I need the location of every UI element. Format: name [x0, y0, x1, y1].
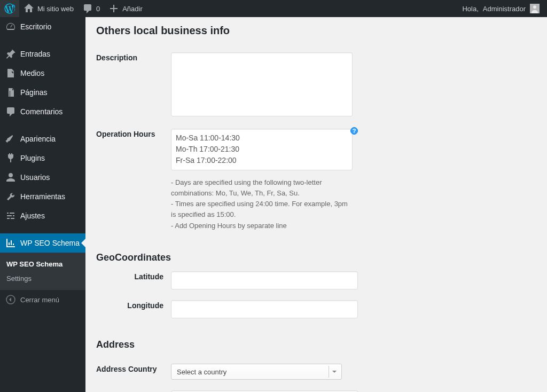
pages-icon — [5, 87, 16, 98]
sidebar-submenu: WP SEO Schema Settings — [0, 253, 85, 290]
sidebar-item-wp-seo-schema[interactable]: WP SEO Schema — [0, 233, 85, 253]
comment-icon — [82, 3, 93, 14]
section-title-others: Others local business info — [96, 23, 536, 37]
admin-sidebar: Escritorio Entradas Medios Páginas Comen… — [0, 17, 85, 392]
label-address-locality: Address Locality — [96, 385, 171, 392]
new-content-link[interactable]: Añadir — [104, 0, 147, 17]
latitude-input[interactable] — [171, 271, 358, 289]
address-country-select[interactable]: Select a country — [171, 364, 342, 380]
avatar — [530, 4, 540, 13]
sidebar-item-posts[interactable]: Entradas — [0, 44, 85, 64]
label-longitude: Longitude — [96, 295, 171, 324]
sidebar-item-media[interactable]: Medios — [0, 64, 85, 83]
operation-hours-textarea[interactable] — [171, 129, 353, 170]
label-description: Description — [96, 47, 171, 123]
comment-icon — [5, 106, 16, 117]
new-content-label: Añadir — [122, 5, 143, 13]
sidebar-item-label: Entradas — [20, 50, 50, 58]
operation-hours-help: - Days are specified using the following… — [171, 177, 353, 231]
sidebar-item-label: Escritorio — [20, 22, 51, 31]
sidebar-item-plugins[interactable]: Plugins — [0, 148, 85, 168]
section-title-address: Address — [96, 339, 536, 351]
sidebar-item-label: Herramientas — [20, 192, 65, 201]
section-title-geo: GeoCoordinates — [96, 252, 536, 264]
longitude-input[interactable] — [171, 300, 358, 318]
sidebar-item-dashboard[interactable]: Escritorio — [0, 17, 85, 36]
pin-icon — [5, 49, 16, 59]
site-name-link[interactable]: Mi sitio web — [19, 0, 78, 17]
main-content: Others local business info Description O… — [85, 17, 547, 392]
collapse-icon — [5, 294, 16, 305]
user-icon — [5, 172, 16, 183]
collapse-menu[interactable]: Cerrar menú — [0, 290, 85, 309]
label-operation-hours: Operation Hours — [96, 123, 171, 237]
dashboard-icon — [5, 21, 16, 32]
address-country-value: Select a country — [177, 368, 226, 376]
comments-count: 0 — [96, 5, 100, 13]
sidebar-item-comments[interactable]: Comentarios — [0, 102, 85, 121]
svg-point-1 — [533, 5, 536, 9]
sidebar-item-label: Comentarios — [20, 107, 62, 116]
chevron-down-icon — [329, 366, 339, 378]
sidebar-item-label: Páginas — [20, 88, 48, 97]
sidebar-item-appearance[interactable]: Apariencia — [0, 129, 85, 148]
user-menu[interactable]: Hola, Administrador — [459, 4, 543, 13]
home-icon — [24, 3, 34, 14]
sidebar-item-label: Apariencia — [20, 135, 56, 143]
label-address-country: Address Country — [96, 358, 171, 385]
submenu-item-settings[interactable]: Settings — [0, 271, 85, 286]
brush-icon — [5, 134, 16, 144]
description-textarea[interactable] — [171, 52, 353, 116]
admin-bar: Mi sitio web 0 Añadir Hola, Administrado… — [0, 0, 547, 17]
label-latitude: Latitude — [96, 266, 171, 295]
site-name: Mi sitio web — [37, 5, 74, 13]
submenu-item-wp-seo-schema[interactable]: WP SEO Schema — [0, 257, 85, 271]
collapse-label: Cerrar menú — [20, 296, 59, 304]
sidebar-item-pages[interactable]: Páginas — [0, 83, 85, 102]
sliders-icon — [5, 210, 16, 221]
media-icon — [5, 68, 16, 79]
user-name: Administrador — [483, 5, 526, 13]
plus-icon — [108, 3, 119, 14]
sidebar-item-users[interactable]: Usuarios — [0, 168, 85, 187]
wrench-icon — [5, 191, 16, 202]
sidebar-item-label: Usuarios — [20, 173, 50, 182]
sidebar-item-label: WP SEO Schema — [20, 239, 80, 247]
wordpress-icon — [4, 3, 15, 14]
sidebar-item-label: Medios — [20, 69, 44, 77]
sidebar-item-settings[interactable]: Ajustes — [0, 206, 85, 225]
plugin-icon — [5, 153, 16, 163]
comments-link[interactable]: 0 — [78, 0, 104, 17]
user-greeting: Hola, — [462, 5, 478, 13]
sidebar-item-tools[interactable]: Herramientas — [0, 187, 85, 206]
chart-icon — [5, 238, 16, 248]
wp-logo[interactable] — [0, 0, 19, 17]
sidebar-item-label: Ajustes — [20, 211, 45, 220]
help-icon[interactable]: ? — [350, 127, 358, 135]
sidebar-item-label: Plugins — [20, 154, 45, 162]
